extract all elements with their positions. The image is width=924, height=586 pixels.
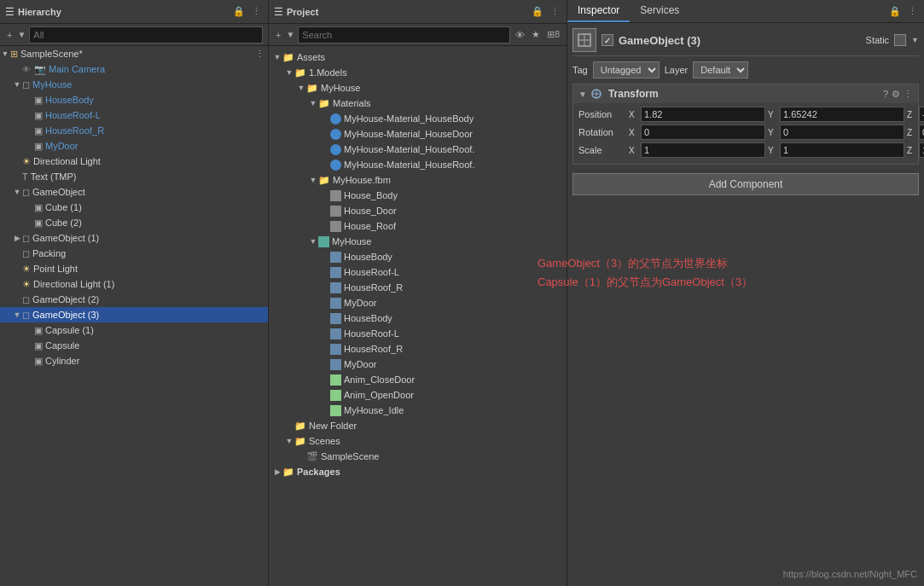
rot-y-input[interactable]: [780, 125, 904, 140]
project-item-myhousefbx[interactable]: ▼📁MyHouse.fbm: [269, 172, 567, 188]
proj-eye-icon[interactable]: 👁: [514, 29, 526, 41]
hierarchy-search-input[interactable]: [29, 26, 263, 44]
scale-z-input[interactable]: [919, 142, 924, 158]
transform-settings-icon[interactable]: ⚙: [892, 89, 900, 100]
pos-x-input[interactable]: [641, 107, 765, 122]
hierarchy-panel: ☰ Hierarchy 🔒 ⋮ + ▼ ▼⊞SampleScene*⋮👁📷Mai…: [0, 0, 269, 586]
project-item-mat1[interactable]: MyHouse-Material_HouseBody: [269, 111, 567, 126]
pos-z-input[interactable]: [919, 107, 924, 122]
rot-z-field: Z: [907, 125, 924, 140]
inspector-content: GameObject (3) Static ▼ Tag Untagged Lay…: [567, 23, 924, 586]
hierarchy-item-pointlight[interactable]: ☀Point Light: [0, 261, 268, 276]
project-item-myhouse_f[interactable]: ▼📁MyHouse: [269, 80, 567, 96]
hierarchy-lock-icon[interactable]: 🔒: [231, 5, 247, 18]
transform-more-icon[interactable]: ⋮: [904, 89, 913, 100]
tag-dropdown[interactable]: Untagged: [593, 61, 660, 78]
transform-body: Position X Y Z: [573, 103, 918, 164]
scale-y-input[interactable]: [780, 142, 904, 158]
project-search-input[interactable]: [298, 26, 510, 44]
project-lock-icon[interactable]: 🔒: [530, 5, 545, 18]
project-item-houseROOFr_p[interactable]: HouseRoof_R: [269, 280, 567, 295]
project-item-mat4[interactable]: MyHouse-Material_HouseRoof.: [269, 157, 567, 172]
add-hierarchy-btn[interactable]: +: [5, 29, 14, 41]
static-dropdown-arrow[interactable]: ▼: [911, 36, 919, 44]
project-item-newfolder[interactable]: 📁New Folder: [269, 418, 567, 433]
project-item-housebody_p2[interactable]: HouseBody: [269, 310, 567, 326]
hierarchy-item-gameobject2[interactable]: ◻GameObject (2): [0, 292, 268, 307]
project-item-myhouse_m[interactable]: ▼MyHouse: [269, 234, 567, 249]
hierarchy-item-houseROOFr[interactable]: ▣HouseRoof_R: [0, 123, 268, 138]
project-item-myhouse_idle[interactable]: MyHouse_Idle: [269, 403, 567, 418]
go-active-checkbox[interactable]: [601, 34, 613, 46]
proj-toolbar-sep: ▼: [286, 30, 294, 39]
transform-component: ▼ Transform ? ⚙ ⋮ P: [572, 84, 919, 165]
hierarchy-more-icon[interactable]: ⋮: [250, 5, 263, 18]
project-item-mat2[interactable]: MyHouse-Material_HouseDoor: [269, 126, 567, 142]
scale-x-field: X: [629, 142, 765, 158]
add-project-btn[interactable]: +: [274, 29, 282, 41]
project-item-hdoor[interactable]: House_Door: [269, 203, 567, 218]
project-toolbar: + ▼ 👁 ★ ⊞8: [269, 24, 567, 46]
scene-options-icon[interactable]: ⋮: [255, 49, 268, 60]
project-item-assets[interactable]: ▼📁Assets: [269, 49, 567, 65]
project-more-icon[interactable]: ⋮: [549, 5, 561, 18]
add-component-button[interactable]: Add Component: [572, 173, 919, 195]
project-item-housebody_p[interactable]: HouseBody: [269, 249, 567, 264]
inspector-more-icon[interactable]: ⋮: [906, 5, 919, 18]
project-item-1models[interactable]: ▼📁1.Models: [269, 65, 567, 80]
scale-x-input[interactable]: [641, 142, 765, 158]
hierarchy-item-gameobject[interactable]: ▼◻GameObject: [0, 184, 268, 200]
hierarchy-item-gameobject1[interactable]: ▶◻GameObject (1): [0, 230, 268, 246]
layer-dropdown[interactable]: Default: [693, 61, 748, 78]
hierarchy-item-houseroofl[interactable]: ▣HouseRoof-L: [0, 107, 268, 123]
hierarchy-item-mydoor[interactable]: ▣MyDoor: [0, 138, 268, 154]
project-item-hbody[interactable]: House_Body: [269, 188, 567, 203]
project-item-mydoor_p[interactable]: MyDoor: [269, 295, 567, 310]
inspector-lock-icon[interactable]: 🔒: [887, 5, 903, 18]
hierarchy-item-capsule1[interactable]: ▣Capsule (1): [0, 322, 268, 338]
proj-tag-icon[interactable]: ⊞8: [545, 28, 561, 41]
tag-label: Tag: [572, 65, 588, 75]
pos-y-input[interactable]: [780, 107, 904, 122]
transform-header[interactable]: ▼ Transform ? ⚙ ⋮: [573, 84, 918, 103]
rot-z-input[interactable]: [919, 125, 924, 140]
transform-title: Transform: [608, 88, 880, 100]
project-item-anim_close[interactable]: Anim_CloseDoor: [269, 372, 567, 387]
rot-x-input[interactable]: [641, 125, 765, 140]
hierarchy-item-maincamera[interactable]: 👁📷Main Camera: [0, 61, 268, 77]
hierarchy-item-cube1[interactable]: ▣Cube (1): [0, 200, 268, 215]
project-item-samplescene_p[interactable]: 🎬SampleScene: [269, 449, 567, 464]
hierarchy-item-gameobject3[interactable]: ▼◻GameObject (3): [0, 307, 268, 322]
project-item-houseroofl_p2[interactable]: HouseRoof-L: [269, 326, 567, 341]
hierarchy-item-cube2[interactable]: ▣Cube (2): [0, 215, 268, 230]
hierarchy-item-packing[interactable]: ◻Packing: [0, 246, 268, 261]
hierarchy-item-directionallight[interactable]: ☀Directional Light: [0, 154, 268, 169]
transform-help-icon[interactable]: ?: [883, 89, 888, 100]
proj-star-icon[interactable]: ★: [530, 28, 542, 41]
hierarchy-item-directionallight2[interactable]: ☀Directional Light (1): [0, 276, 268, 292]
project-item-materials[interactable]: ▼📁Materials: [269, 96, 567, 111]
project-item-houseroofl_p[interactable]: HouseRoof-L: [269, 264, 567, 280]
project-item-scenes[interactable]: ▼📁Scenes: [269, 433, 567, 449]
hierarchy-item-samplescene[interactable]: ▼⊞SampleScene*⋮: [0, 46, 268, 61]
scale-z-field: Z: [907, 142, 924, 158]
tab-services[interactable]: Services: [630, 0, 689, 22]
scale-y-label: Y: [768, 146, 778, 155]
rotation-xyz: X Y Z: [629, 125, 924, 140]
project-item-mat3[interactable]: MyHouse-Material_HouseRoof.: [269, 142, 567, 157]
static-checkbox[interactable]: [894, 34, 906, 46]
project-item-mydoor_p2[interactable]: MyDoor: [269, 357, 567, 372]
project-item-packages[interactable]: ▶📁Packages: [269, 464, 567, 479]
project-item-anim_open[interactable]: Anim_OpenDoor: [269, 387, 567, 403]
tab-inspector[interactable]: Inspector: [567, 0, 630, 22]
hierarchy-header: ☰ Hierarchy 🔒 ⋮: [0, 0, 268, 24]
hierarchy-item-capsule[interactable]: ▣Capsule: [0, 338, 268, 353]
project-item-hroof[interactable]: House_Roof: [269, 218, 567, 234]
project-item-houseROOFr_p2[interactable]: HouseRoof_R: [269, 341, 567, 357]
hierarchy-item-housebody[interactable]: ▣HouseBody: [0, 92, 268, 107]
go-icon-box: [572, 28, 596, 52]
gameobject-icon: [576, 32, 593, 49]
hierarchy-item-myhouse[interactable]: ▼◻MyHouse: [0, 77, 268, 92]
hierarchy-item-cylinder[interactable]: ▣Cylinder: [0, 353, 268, 368]
hierarchy-item-text[interactable]: TText (TMP): [0, 169, 268, 184]
